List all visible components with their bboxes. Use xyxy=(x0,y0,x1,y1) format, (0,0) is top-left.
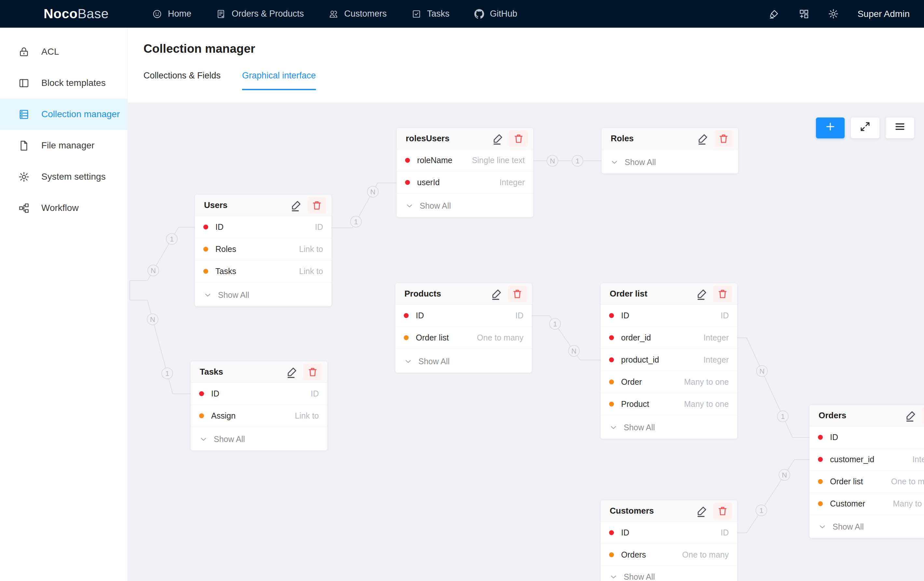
edge-label: N xyxy=(568,345,579,356)
field-type: One to many xyxy=(891,477,924,486)
github-icon xyxy=(474,9,484,19)
field-name: Order list xyxy=(830,477,891,486)
edit-collection-button[interactable] xyxy=(285,366,299,379)
sidebar-item-block-templates[interactable]: Block templates xyxy=(0,67,127,99)
edit-collection-button[interactable] xyxy=(696,505,709,518)
edge-products-orderlist xyxy=(532,316,601,360)
show-all-toggle[interactable]: Show All xyxy=(191,428,327,450)
sidebar-item-system-settings[interactable]: System settings xyxy=(0,161,127,192)
edit-collection-button[interactable] xyxy=(696,132,710,145)
edit-collection-button[interactable] xyxy=(492,132,505,145)
collections-menu-button[interactable] xyxy=(886,118,914,138)
nav-menu: HomeOrders & ProductsCustomersTasksGitHu… xyxy=(140,0,530,28)
show-all-toggle[interactable]: Show All xyxy=(195,283,332,306)
file-icon xyxy=(18,140,30,151)
entity-card-rolesUsers[interactable]: rolesUsersroleNameSingle line textuserId… xyxy=(397,128,533,217)
entity-card-roles[interactable]: RolesShow All xyxy=(602,128,738,174)
sidebar-item-label: Collection manager xyxy=(41,109,120,119)
field-dot-orange xyxy=(404,335,409,340)
top-navbar: NocoBase HomeOrders & ProductsCustomersT… xyxy=(0,0,924,28)
field-dot-orange xyxy=(199,413,204,418)
field-type: Integer xyxy=(912,455,924,464)
brand-light: Base xyxy=(78,6,109,21)
settings-gear-icon[interactable] xyxy=(828,8,839,19)
graph-canvas[interactable]: N1N11NN11NN11N rolesUsersroleNameSingle … xyxy=(128,103,924,581)
sidebar-item-workflow[interactable]: Workflow xyxy=(0,192,127,223)
field-name: ID xyxy=(215,222,315,232)
expand-icon xyxy=(859,121,871,136)
field-row-assign: AssignLink to xyxy=(191,405,327,427)
edge-label: 1 xyxy=(166,233,177,245)
nav-item-orders-products[interactable]: Orders & Products xyxy=(204,0,316,28)
nav-item-customers[interactable]: Customers xyxy=(316,0,399,28)
nav-item-home[interactable]: Home xyxy=(140,0,204,28)
entity-title: Tasks xyxy=(200,367,285,377)
sidebar-item-acl[interactable]: ACL xyxy=(0,36,127,67)
show-all-toggle[interactable]: Show All xyxy=(601,565,737,581)
sidebar-item-file-manager[interactable]: File manager xyxy=(0,130,127,161)
entity-card-products[interactable]: ProductsIDIDOrder listOne to manyShow Al… xyxy=(395,283,532,373)
entity-header: Tasks xyxy=(191,361,327,383)
nocobase-brand[interactable]: NocoBase xyxy=(18,5,109,23)
appstore-add-icon[interactable] xyxy=(799,8,809,19)
delete-collection-button[interactable] xyxy=(303,364,322,381)
current-user[interactable]: Super Admin xyxy=(858,9,910,19)
field-dot-orange xyxy=(818,479,823,484)
delete-collection-button[interactable] xyxy=(713,503,732,520)
delete-collection-button[interactable] xyxy=(509,130,528,147)
field-dot-orange xyxy=(818,501,823,506)
highlighter-icon[interactable] xyxy=(769,8,780,19)
show-all-toggle[interactable]: Show All xyxy=(395,350,532,373)
field-type: Link to xyxy=(295,411,319,420)
nav-item-github[interactable]: GitHub xyxy=(462,0,530,28)
field-dot-red xyxy=(609,358,614,362)
field-dot-orange xyxy=(203,247,208,252)
field-type: Many to one xyxy=(684,377,729,387)
entity-card-users[interactable]: UsersIDIDRolesLink toTasksLink toShow Al… xyxy=(195,195,332,306)
nav-item-label: Customers xyxy=(344,9,387,19)
field-dot-orange xyxy=(609,552,614,557)
field-name: Tasks xyxy=(215,266,299,276)
chevron-down-icon xyxy=(609,423,618,432)
show-all-toggle[interactable]: Show All xyxy=(602,151,738,174)
show-all-label: Show All xyxy=(214,435,245,444)
edit-collection-button[interactable] xyxy=(490,287,503,300)
sidebar-item-collection-manager[interactable]: Collection manager xyxy=(0,99,127,130)
entity-card-orders[interactable]: OrdersIDIDcustomer_idIntegerOrder listOn… xyxy=(810,405,924,538)
show-all-toggle[interactable]: Show All xyxy=(601,416,737,439)
tab-collections-fields[interactable]: Collections & Fields xyxy=(144,71,221,90)
field-type: Many to one xyxy=(893,499,924,508)
add-collection-button[interactable] xyxy=(816,118,845,138)
field-type: Single line text xyxy=(472,156,525,165)
entity-title: Roles xyxy=(610,134,696,144)
nav-item-tasks[interactable]: Tasks xyxy=(399,0,462,28)
nav-right: Super Admin xyxy=(769,8,910,19)
show-all-toggle[interactable]: Show All xyxy=(810,515,924,538)
edit-collection-button[interactable] xyxy=(904,409,917,422)
edit-collection-button[interactable] xyxy=(290,199,303,212)
show-all-toggle[interactable]: Show All xyxy=(397,194,533,217)
field-name: ID xyxy=(211,389,311,398)
edit-collection-button[interactable] xyxy=(696,287,709,300)
field-type: Many to one xyxy=(684,399,729,409)
edge-rolesUsers-users xyxy=(332,183,397,228)
entity-card-customers[interactable]: CustomersIDIDOrdersOne to manyShow All xyxy=(601,500,737,581)
content-header: Collection manager Collections & FieldsG… xyxy=(128,28,924,103)
delete-collection-button[interactable] xyxy=(307,197,326,214)
field-type: One to many xyxy=(682,550,729,559)
tab-graphical-interface[interactable]: Graphical interface xyxy=(242,71,316,90)
delete-collection-button[interactable] xyxy=(714,130,733,147)
field-type: ID xyxy=(721,311,729,320)
entity-card-tasks[interactable]: TasksIDIDAssignLink toShow All xyxy=(191,361,327,450)
field-dot-red xyxy=(405,158,410,163)
svg-text:N: N xyxy=(550,157,555,165)
field-dot-red xyxy=(199,391,204,396)
delete-collection-button[interactable] xyxy=(713,285,732,302)
fullscreen-button[interactable] xyxy=(851,118,879,138)
delete-collection-button[interactable] xyxy=(922,407,924,424)
field-name: roleName xyxy=(417,156,472,165)
plus-icon xyxy=(825,121,836,136)
field-name: ID xyxy=(416,311,515,320)
entity-card-order_list[interactable]: Order listIDIDorder_idIntegerproduct_idI… xyxy=(601,283,737,439)
delete-collection-button[interactable] xyxy=(508,285,527,302)
